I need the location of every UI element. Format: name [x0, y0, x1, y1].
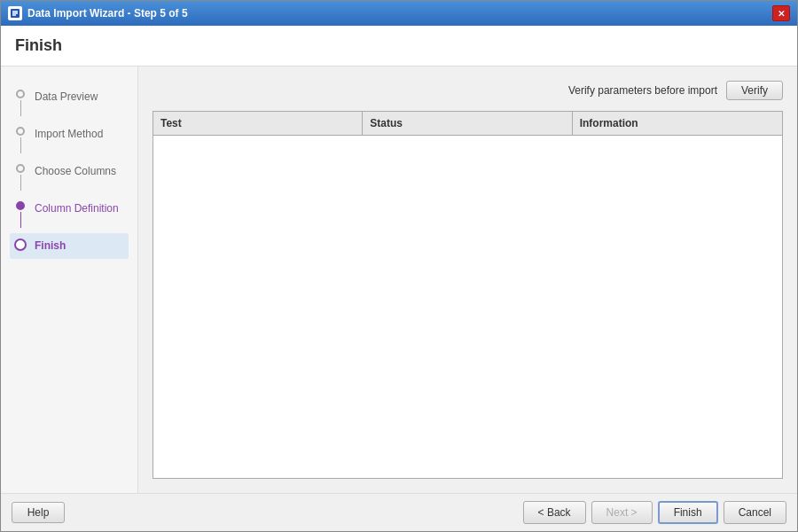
app-icon — [8, 6, 22, 20]
footer-right: < Back Next > Finish Cancel — [523, 501, 786, 524]
next-button[interactable]: Next > — [591, 501, 653, 524]
step-label-column-definition: Column Definition — [35, 201, 119, 216]
cancel-button[interactable]: Cancel — [724, 501, 786, 524]
table-header: Test Status Information — [153, 112, 782, 136]
col-header-status: Status — [363, 112, 572, 135]
back-button[interactable]: < Back — [523, 501, 586, 524]
step-dot-2 — [16, 127, 25, 136]
verify-label: Verify parameters before import — [568, 84, 717, 97]
step-dot-5 — [14, 239, 27, 251]
title-bar: Data Import Wizard - Step 5 of 5 ✕ — [1, 1, 797, 26]
sidebar-item-finish[interactable]: Finish — [10, 233, 129, 259]
page-title: Finish — [15, 36, 783, 55]
step-label-data-preview: Data Preview — [35, 90, 98, 105]
step-dot-container-1 — [13, 90, 27, 116]
verify-bar: Verify parameters before import Verify — [153, 81, 783, 100]
footer: Help < Back Next > Finish Cancel — [1, 493, 797, 531]
finish-button[interactable]: Finish — [658, 501, 718, 524]
step-dot-1 — [16, 90, 25, 98]
sidebar-item-choose-columns[interactable]: Choose Columns — [10, 159, 129, 196]
step-line-2 — [20, 137, 21, 153]
close-button[interactable]: ✕ — [772, 5, 790, 21]
table-body — [153, 136, 782, 475]
step-line-3 — [20, 175, 21, 191]
sidebar: Data Preview Import Method C — [1, 66, 138, 493]
title-bar-left: Data Import Wizard - Step 5 of 5 — [8, 6, 188, 20]
main-panel: Verify parameters before import Verify T… — [138, 66, 797, 493]
step-line-1 — [20, 100, 21, 116]
sidebar-item-data-preview[interactable]: Data Preview — [10, 84, 129, 121]
step-dot-container-4 — [13, 201, 27, 228]
verify-button[interactable]: Verify — [726, 81, 783, 100]
step-label-choose-columns: Choose Columns — [35, 164, 116, 179]
step-dot-3 — [16, 164, 25, 173]
col-header-information: Information — [573, 112, 782, 135]
results-table-container: Test Status Information — [153, 111, 783, 479]
step-label-finish: Finish — [35, 239, 66, 254]
title-controls: ✕ — [772, 5, 790, 21]
step-dot-container-3 — [13, 164, 27, 191]
step-line-4 — [20, 212, 21, 228]
step-dot-container-2 — [13, 127, 27, 153]
help-button[interactable]: Help — [12, 502, 65, 523]
col-header-test: Test — [153, 112, 363, 135]
step-label-import-method: Import Method — [35, 127, 103, 142]
sidebar-item-column-definition[interactable]: Column Definition — [10, 196, 129, 233]
step-dot-container-5 — [13, 239, 27, 251]
content-area: Data Preview Import Method C — [1, 66, 797, 493]
step-dot-4 — [16, 201, 25, 210]
wizard-steps: Data Preview Import Method C — [1, 77, 137, 266]
page-header: Finish — [1, 26, 797, 66]
window-title: Data Import Wizard - Step 5 of 5 — [27, 7, 188, 20]
main-window: Data Import Wizard - Step 5 of 5 ✕ Finis… — [0, 0, 798, 532]
footer-left: Help — [12, 502, 65, 523]
sidebar-item-import-method[interactable]: Import Method — [10, 121, 129, 159]
